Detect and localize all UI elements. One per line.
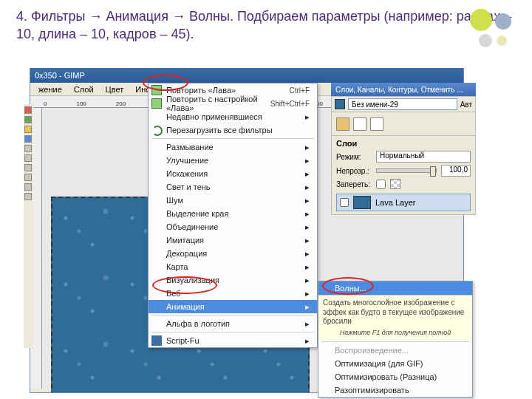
dock-tabs-title[interactable]: Слои, Каналы, Контуры, Отменить ... <box>331 83 476 96</box>
layer-name[interactable]: Lava Layer <box>375 198 415 207</box>
layers-dock[interactable]: Слои, Каналы, Контуры, Отменить ... Без … <box>331 83 476 304</box>
layers-header: Слои <box>336 139 471 148</box>
opacity-label: Непрозр.: <box>336 167 372 175</box>
menu-item[interactable]: Искажения▸ <box>149 167 317 180</box>
chevron-right-icon: ▸ <box>305 336 310 346</box>
submenu-item[interactable]: Воспроизведение... <box>318 344 472 357</box>
window-title-bar: 0x350 - GIMP <box>30 68 463 83</box>
opacity-slider[interactable] <box>376 168 437 173</box>
menu-item[interactable]: Декорация▸ <box>149 247 317 260</box>
menu-item[interactable]: Свет и тень▸ <box>149 180 317 194</box>
window-title: 0x350 - GIMP <box>35 71 85 80</box>
chevron-right-icon: ▸ <box>305 319 310 329</box>
opacity-value[interactable]: 100,0 <box>441 165 471 177</box>
chevron-right-icon: ▸ <box>305 169 310 179</box>
menu-item[interactable]: Шум▸ <box>149 194 317 207</box>
menu-item[interactable]: Альфа в логотип▸ <box>149 317 317 330</box>
menu-item[interactable]: Веб▸ <box>149 287 317 300</box>
menu-item[interactable]: Script-Fu▸ <box>149 334 317 347</box>
chevron-right-icon: ▸ <box>305 249 310 259</box>
paths-tab-icon[interactable] <box>370 117 383 131</box>
menu-item[interactable]: Повторить с настройкой «Лава»Shift+Ctrl+… <box>149 97 317 110</box>
channels-tab-icon[interactable] <box>353 117 366 131</box>
menu-item[interactable]: Визуализация▸ <box>149 273 317 287</box>
chevron-right-icon: ▸ <box>305 143 310 152</box>
menu-item[interactable]: Анимация▸ <box>149 300 317 313</box>
menu-item[interactable]: Имитация▸ <box>149 233 317 247</box>
menu-item[interactable]: Улучшение▸ <box>149 154 317 167</box>
auto-label[interactable]: Авт <box>460 100 472 109</box>
chevron-right-icon: ▸ <box>305 262 310 272</box>
layers-tab-icon[interactable] <box>336 117 349 131</box>
ic-reload-icon <box>152 126 163 136</box>
ic-ref-icon <box>151 98 162 109</box>
menu-item-жение[interactable]: жение <box>33 83 67 95</box>
layer-thumb <box>353 196 371 209</box>
toolbox[interactable] <box>24 104 33 348</box>
animation-submenu[interactable]: Волны...Создать многослойное изображение… <box>318 281 473 398</box>
filters-menu[interactable]: Повторить «Лава»Ctrl+FПовторить с настро… <box>148 83 318 348</box>
lock-alpha-icon[interactable] <box>390 179 400 189</box>
chevron-right-icon: ▸ <box>305 196 310 205</box>
menu-item[interactable]: Перезагрузить все фильтры <box>149 123 317 137</box>
lock-checkbox[interactable] <box>376 180 386 189</box>
submenu-item[interactable]: Волны... <box>318 282 472 295</box>
mode-select[interactable]: Нормальный <box>376 151 471 163</box>
eye-icon[interactable] <box>340 198 349 207</box>
chevron-right-icon: ▸ <box>305 236 310 245</box>
menu-item-цвет[interactable]: Цвет <box>100 83 129 95</box>
chevron-right-icon: ▸ <box>305 183 310 192</box>
menu-item-слой[interactable]: Слой <box>69 83 99 95</box>
chevron-right-icon: ▸ <box>305 289 310 299</box>
submenu-item[interactable]: Оптимизировать (Разница) <box>318 370 472 383</box>
chevron-right-icon: ▸ <box>305 302 310 312</box>
lock-label: Запереть: <box>336 180 372 188</box>
menu-item[interactable]: Недавно применявшиеся▸ <box>149 110 317 123</box>
decorative-dots <box>470 9 522 61</box>
chevron-right-icon: ▸ <box>305 112 310 122</box>
image-selector[interactable]: Без имени-29 <box>348 98 457 110</box>
slide-instruction: 4. Фильтры → Анимация → Волны. Подбираем… <box>0 0 532 50</box>
tooltip: Создать многослойное изображение с эффек… <box>318 295 472 340</box>
image-thumb-icon <box>335 99 345 109</box>
chevron-right-icon: ▸ <box>305 156 310 166</box>
ic-py-icon <box>151 335 162 346</box>
submenu-item[interactable]: Оптимизация (для GIF) <box>318 357 472 370</box>
layer-row[interactable]: Lava Layer <box>336 194 471 211</box>
menu-item[interactable]: Объединение▸ <box>149 220 317 233</box>
chevron-right-icon: ▸ <box>305 209 310 219</box>
submenu-item[interactable]: Разоптимизировать <box>318 383 472 397</box>
chevron-right-icon: ▸ <box>305 276 310 285</box>
menu-item[interactable]: Карта▸ <box>149 260 317 273</box>
menu-item[interactable]: Выделение края▸ <box>149 207 317 220</box>
ic-ref-icon <box>151 85 162 95</box>
menu-item[interactable]: Размывание▸ <box>149 140 317 154</box>
mode-label: Режим: <box>336 153 372 161</box>
chevron-right-icon: ▸ <box>305 222 310 232</box>
